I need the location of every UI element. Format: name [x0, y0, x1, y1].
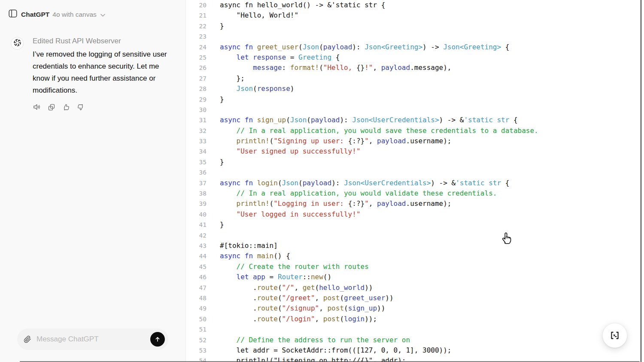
- line-number: 27: [186, 73, 207, 84]
- line-number: 24: [186, 42, 207, 52]
- code-text: .route("/login", post(login));: [220, 314, 377, 324]
- line-number: 35: [186, 157, 207, 167]
- code-line: 32 // In a real application, you would s…: [186, 126, 644, 136]
- code-text: // In a real application, you would vali…: [220, 188, 497, 199]
- line-number: 53: [186, 345, 207, 356]
- code-line: 44async fn main() {: [186, 251, 644, 261]
- code-line: 36: [186, 167, 644, 178]
- chat-sidebar: ChatGPT 4o with canvas Edi: [0, 0, 186, 362]
- line-number: 20: [186, 0, 207, 10]
- line-number: 42: [186, 230, 207, 241]
- brand-title: ChatGPT: [21, 11, 49, 18]
- line-number: 44: [186, 251, 207, 261]
- avatar: [11, 37, 24, 50]
- code-line: 22}: [186, 21, 644, 31]
- window-right-edge: [641, 0, 641, 362]
- line-number: 48: [186, 293, 207, 303]
- read-aloud-button[interactable]: [32, 102, 42, 112]
- code-line: 38 // In a real application, you would v…: [186, 188, 644, 199]
- code-line: 30: [186, 105, 644, 115]
- model-switcher[interactable]: ChatGPT 4o with canvas: [9, 9, 105, 19]
- line-number: 28: [186, 84, 207, 94]
- line-number: 45: [186, 262, 207, 272]
- line-number: 36: [186, 167, 207, 178]
- assistant-message: Edited Rust API Webserver I’ve removed t…: [11, 36, 180, 112]
- line-number: 49: [186, 303, 207, 314]
- thumbs-up-icon: [62, 103, 70, 111]
- code-line: 45 // Create the router with routes: [186, 262, 644, 272]
- console-toggle-button[interactable]: [602, 323, 627, 348]
- code-text: // In a real application, you would save…: [220, 126, 538, 136]
- line-number: 26: [186, 63, 207, 73]
- thumbs-down-button[interactable]: [76, 102, 85, 112]
- code-console-icon: [609, 330, 620, 341]
- copy-button[interactable]: [46, 102, 56, 112]
- line-number: 37: [186, 178, 207, 188]
- code-line: 26 message: format!("Hello, {}!", payloa…: [186, 63, 644, 73]
- line-number: 25: [186, 52, 207, 63]
- code-text: println!("Signing up user: {:?}", payloa…: [220, 136, 451, 146]
- code-text: async fn login(Json(payload): Json<UserC…: [220, 178, 509, 188]
- code-line: 25 let response = Greeting {: [186, 52, 644, 63]
- code-line: 21 "Hello, World!": [186, 10, 644, 21]
- line-number: 51: [186, 324, 207, 335]
- code-line: 46 let app = Router::new(): [186, 272, 644, 282]
- code-line: 41}: [186, 220, 644, 230]
- line-number: 32: [186, 126, 207, 136]
- code-line: 47 .route("/", get(hello_world)): [186, 283, 644, 293]
- chevron-down-icon: [100, 11, 105, 18]
- code-line: 24async fn greet_user(Json(payload): Jso…: [186, 42, 644, 52]
- code-text: }: [220, 21, 224, 31]
- line-number: 29: [186, 94, 207, 105]
- code-text: Json(response): [220, 84, 294, 94]
- code-text: "Hello, World!": [220, 10, 298, 21]
- line-number: 46: [186, 272, 207, 282]
- message-input[interactable]: [36, 335, 150, 344]
- code-text: #[tokio::main]: [220, 241, 278, 251]
- code-text: }: [220, 94, 224, 105]
- code-line: 42: [186, 230, 644, 241]
- code-text: let app = Router::new(): [220, 272, 331, 282]
- code-line: 35}: [186, 157, 644, 167]
- panel-left-icon: [9, 9, 17, 19]
- read-aloud-icon: [33, 103, 41, 111]
- model-label: 4o with canvas: [52, 11, 97, 18]
- line-number: 22: [186, 21, 207, 31]
- paperclip-icon: [24, 335, 31, 344]
- thumbs-up-button[interactable]: [61, 102, 71, 112]
- copy-icon: [48, 103, 55, 111]
- code-line: 49 .route("/signup", post(sign_up)): [186, 303, 644, 314]
- line-number: 50: [186, 314, 207, 324]
- code-text: .route("/greet", post(greet_user)): [220, 293, 394, 303]
- line-number: 21: [186, 10, 207, 21]
- canvas-code-editor[interactable]: 20async fn hello_world() -> &'static str…: [186, 0, 644, 362]
- line-number: 40: [186, 209, 207, 220]
- code-line: 27 };: [186, 73, 644, 84]
- code-line: 50 .route("/login", post(login));: [186, 314, 644, 324]
- code-text: };: [220, 73, 245, 84]
- code-line: 39 println!("Logging in user: {:?}", pay…: [186, 199, 644, 209]
- code-text: async fn main() {: [220, 251, 290, 261]
- code-text: }: [220, 220, 224, 230]
- line-number: 38: [186, 188, 207, 199]
- code-text: .route("/signup", post(sign_up)): [220, 303, 385, 314]
- message-actions: [32, 102, 180, 112]
- code-line: 20async fn hello_world() -> &'static str…: [186, 0, 644, 10]
- line-number: 43: [186, 241, 207, 251]
- line-number: 30: [186, 105, 207, 115]
- code-line: 34 "User signed up successfully!": [186, 146, 644, 157]
- line-number: 52: [186, 335, 207, 345]
- code-text: async fn greet_user(Json(payload): Json<…: [220, 42, 509, 52]
- code-text: println!("Logging in user: {:?}", payloa…: [220, 199, 451, 209]
- code-text: async fn sign_up(Json(payload): Json<Use…: [220, 115, 518, 125]
- code-line: 28 Json(response): [186, 84, 644, 94]
- line-number: 39: [186, 199, 207, 209]
- assistant-message-text: I’ve removed the logging of sensitive us…: [33, 48, 178, 97]
- code-line: 53 let addr = SocketAddr::from(([127, 0,…: [186, 345, 644, 356]
- send-button[interactable]: [150, 332, 165, 347]
- code-line: 23: [186, 31, 644, 42]
- code-line: 33 println!("Signing up user: {:?}", pay…: [186, 136, 644, 146]
- thumbs-down-icon: [77, 103, 85, 111]
- attach-file-button[interactable]: [24, 335, 31, 344]
- code-line: 37async fn login(Json(payload): Json<Use…: [186, 178, 644, 188]
